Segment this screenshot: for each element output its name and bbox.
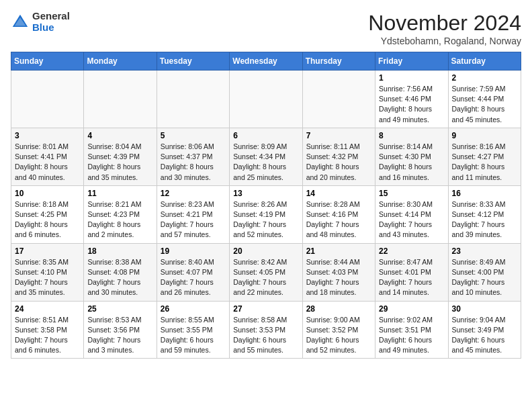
weekday-header-monday: Monday — [84, 52, 157, 71]
day-number: 16 — [452, 189, 517, 198]
calendar-cell: 29Sunrise: 9:02 AM Sunset: 3:51 PM Dayli… — [375, 301, 448, 359]
day-info: Sunrise: 8:01 AM Sunset: 4:41 PM Dayligh… — [15, 142, 80, 183]
day-number: 2 — [452, 73, 517, 83]
calendar-cell — [302, 71, 375, 128]
week-row-2: 3Sunrise: 8:01 AM Sunset: 4:41 PM Daylig… — [11, 128, 521, 185]
day-info: Sunrise: 8:11 AM Sunset: 4:32 PM Dayligh… — [306, 142, 371, 183]
day-number: 1 — [379, 73, 444, 83]
day-info: Sunrise: 8:18 AM Sunset: 4:25 PM Dayligh… — [15, 199, 80, 240]
calendar-cell: 8Sunrise: 8:14 AM Sunset: 4:30 PM Daylig… — [375, 128, 448, 185]
week-row-5: 24Sunrise: 8:51 AM Sunset: 3:58 PM Dayli… — [11, 301, 521, 359]
day-number: 13 — [233, 189, 298, 198]
day-info: Sunrise: 7:56 AM Sunset: 4:46 PM Dayligh… — [379, 84, 444, 125]
calendar-cell: 23Sunrise: 8:49 AM Sunset: 4:00 PM Dayli… — [448, 243, 521, 301]
day-number: 4 — [87, 131, 152, 140]
day-info: Sunrise: 8:44 AM Sunset: 4:03 PM Dayligh… — [306, 257, 371, 298]
weekday-header-sunday: Sunday — [11, 52, 84, 71]
day-number: 10 — [15, 189, 80, 198]
calendar-cell: 20Sunrise: 8:42 AM Sunset: 4:05 PM Dayli… — [230, 243, 302, 301]
day-number: 19 — [161, 246, 226, 256]
calendar-table: SundayMondayTuesdayWednesdayThursdayFrid… — [11, 52, 521, 359]
calendar-cell: 18Sunrise: 8:38 AM Sunset: 4:08 PM Dayli… — [84, 243, 157, 301]
calendar-cell: 30Sunrise: 9:04 AM Sunset: 3:49 PM Dayli… — [448, 301, 521, 359]
day-number: 27 — [233, 304, 298, 314]
calendar-cell: 6Sunrise: 8:09 AM Sunset: 4:34 PM Daylig… — [230, 128, 302, 185]
day-number: 28 — [306, 304, 371, 314]
week-row-3: 10Sunrise: 8:18 AM Sunset: 4:25 PM Dayli… — [11, 185, 521, 243]
logo: General Blue — [11, 11, 70, 33]
week-row-1: 1Sunrise: 7:56 AM Sunset: 4:46 PM Daylig… — [11, 71, 521, 128]
day-info: Sunrise: 8:55 AM Sunset: 3:55 PM Dayligh… — [161, 315, 226, 356]
day-number: 30 — [452, 304, 517, 314]
calendar-cell: 27Sunrise: 8:58 AM Sunset: 3:53 PM Dayli… — [230, 301, 302, 359]
day-number: 23 — [452, 246, 517, 256]
day-info: Sunrise: 9:04 AM Sunset: 3:49 PM Dayligh… — [452, 315, 517, 356]
calendar-cell: 22Sunrise: 8:47 AM Sunset: 4:01 PM Dayli… — [375, 243, 448, 301]
day-number: 8 — [379, 131, 444, 140]
weekday-header-wednesday: Wednesday — [230, 52, 302, 71]
day-number: 20 — [233, 246, 298, 256]
weekday-header-thursday: Thursday — [302, 52, 375, 71]
calendar-cell: 3Sunrise: 8:01 AM Sunset: 4:41 PM Daylig… — [11, 128, 84, 185]
calendar-cell: 12Sunrise: 8:23 AM Sunset: 4:21 PM Dayli… — [157, 185, 229, 243]
title-block: November 2024 Ydstebohamn, Rogaland, Nor… — [368, 11, 521, 46]
calendar-cell — [11, 71, 84, 128]
day-number: 6 — [233, 131, 298, 140]
calendar-cell: 10Sunrise: 8:18 AM Sunset: 4:25 PM Dayli… — [11, 185, 84, 243]
day-info: Sunrise: 8:14 AM Sunset: 4:30 PM Dayligh… — [379, 142, 444, 183]
day-info: Sunrise: 8:42 AM Sunset: 4:05 PM Dayligh… — [233, 257, 298, 298]
logo-icon — [11, 13, 30, 32]
day-number: 9 — [452, 131, 517, 140]
day-info: Sunrise: 8:49 AM Sunset: 4:00 PM Dayligh… — [452, 257, 517, 298]
day-number: 7 — [306, 131, 371, 140]
day-number: 5 — [161, 131, 226, 140]
day-number: 18 — [87, 246, 152, 256]
day-info: Sunrise: 8:26 AM Sunset: 4:19 PM Dayligh… — [233, 199, 298, 240]
calendar-cell: 14Sunrise: 8:28 AM Sunset: 4:16 PM Dayli… — [302, 185, 375, 243]
calendar-cell: 15Sunrise: 8:30 AM Sunset: 4:14 PM Dayli… — [375, 185, 448, 243]
day-info: Sunrise: 8:04 AM Sunset: 4:39 PM Dayligh… — [87, 142, 152, 183]
calendar-cell: 9Sunrise: 8:16 AM Sunset: 4:27 PM Daylig… — [448, 128, 521, 185]
day-info: Sunrise: 8:47 AM Sunset: 4:01 PM Dayligh… — [379, 257, 444, 298]
day-info: Sunrise: 8:51 AM Sunset: 3:58 PM Dayligh… — [15, 315, 80, 356]
day-number: 25 — [87, 304, 152, 314]
calendar-cell: 28Sunrise: 9:00 AM Sunset: 3:52 PM Dayli… — [302, 301, 375, 359]
calendar-cell: 16Sunrise: 8:33 AM Sunset: 4:12 PM Dayli… — [448, 185, 521, 243]
calendar-cell: 25Sunrise: 8:53 AM Sunset: 3:56 PM Dayli… — [84, 301, 157, 359]
day-info: Sunrise: 8:33 AM Sunset: 4:12 PM Dayligh… — [452, 199, 517, 240]
day-number: 22 — [379, 246, 444, 256]
calendar-cell: 26Sunrise: 8:55 AM Sunset: 3:55 PM Dayli… — [157, 301, 229, 359]
calendar-cell — [230, 71, 302, 128]
calendar-cell: 11Sunrise: 8:21 AM Sunset: 4:23 PM Dayli… — [84, 185, 157, 243]
day-info: Sunrise: 8:09 AM Sunset: 4:34 PM Dayligh… — [233, 142, 298, 183]
calendar-cell: 21Sunrise: 8:44 AM Sunset: 4:03 PM Dayli… — [302, 243, 375, 301]
day-info: Sunrise: 8:35 AM Sunset: 4:10 PM Dayligh… — [15, 257, 80, 298]
day-info: Sunrise: 9:02 AM Sunset: 3:51 PM Dayligh… — [379, 315, 444, 356]
location-text: Ydstebohamn, Rogaland, Norway — [368, 36, 521, 46]
page-header: General Blue November 2024 Ydstebohamn, … — [11, 11, 521, 46]
day-info: Sunrise: 8:58 AM Sunset: 3:53 PM Dayligh… — [233, 315, 298, 356]
calendar-cell: 4Sunrise: 8:04 AM Sunset: 4:39 PM Daylig… — [84, 128, 157, 185]
calendar-cell: 5Sunrise: 8:06 AM Sunset: 4:37 PM Daylig… — [157, 128, 229, 185]
weekday-header-saturday: Saturday — [448, 52, 521, 71]
day-info: Sunrise: 9:00 AM Sunset: 3:52 PM Dayligh… — [306, 315, 371, 356]
calendar-cell: 19Sunrise: 8:40 AM Sunset: 4:07 PM Dayli… — [157, 243, 229, 301]
calendar-cell: 2Sunrise: 7:59 AM Sunset: 4:44 PM Daylig… — [448, 71, 521, 128]
calendar-cell: 1Sunrise: 7:56 AM Sunset: 4:46 PM Daylig… — [375, 71, 448, 128]
day-number: 21 — [306, 246, 371, 256]
calendar-cell: 7Sunrise: 8:11 AM Sunset: 4:32 PM Daylig… — [302, 128, 375, 185]
logo-general-text: General — [32, 11, 70, 22]
calendar-cell: 13Sunrise: 8:26 AM Sunset: 4:19 PM Dayli… — [230, 185, 302, 243]
calendar-cell: 24Sunrise: 8:51 AM Sunset: 3:58 PM Dayli… — [11, 301, 84, 359]
day-info: Sunrise: 8:28 AM Sunset: 4:16 PM Dayligh… — [306, 199, 371, 240]
day-number: 12 — [161, 189, 226, 198]
logo-text: General Blue — [32, 11, 70, 33]
day-info: Sunrise: 8:40 AM Sunset: 4:07 PM Dayligh… — [161, 257, 226, 298]
day-number: 15 — [379, 189, 444, 198]
logo-blue-text: Blue — [32, 22, 70, 34]
day-number: 29 — [379, 304, 444, 314]
day-info: Sunrise: 7:59 AM Sunset: 4:44 PM Dayligh… — [452, 84, 517, 125]
day-info: Sunrise: 8:23 AM Sunset: 4:21 PM Dayligh… — [161, 199, 226, 240]
day-info: Sunrise: 8:06 AM Sunset: 4:37 PM Dayligh… — [161, 142, 226, 183]
weekday-header-tuesday: Tuesday — [157, 52, 229, 71]
